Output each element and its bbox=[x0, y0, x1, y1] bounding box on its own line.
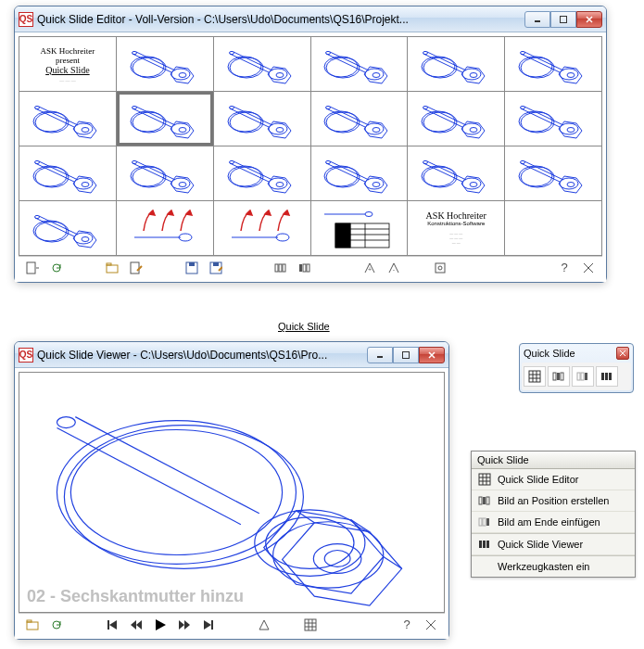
layout2-button[interactable] bbox=[295, 259, 315, 277]
close-button[interactable] bbox=[419, 347, 445, 363]
svg-marker-217 bbox=[136, 620, 142, 630]
slide-thumbnail[interactable] bbox=[214, 37, 310, 91]
slide-thumbnail[interactable] bbox=[505, 146, 601, 200]
svg-point-56 bbox=[132, 106, 136, 108]
palette-item-label: Quick Slide Editor bbox=[498, 474, 578, 485]
slide-thumbnail[interactable] bbox=[19, 146, 116, 200]
exit-button[interactable] bbox=[578, 259, 599, 277]
grid-button[interactable] bbox=[300, 616, 321, 634]
svg-text:-: - bbox=[393, 266, 396, 273]
close-button[interactable] bbox=[576, 11, 602, 28]
palette-item[interactable]: Bild an Position erstellen bbox=[472, 490, 635, 512]
svg-rect-232 bbox=[529, 371, 540, 382]
svg-rect-180 bbox=[279, 264, 282, 272]
svg-point-149 bbox=[179, 234, 192, 241]
svg-rect-251 bbox=[479, 497, 482, 504]
svg-text:+: + bbox=[368, 266, 372, 273]
next-button[interactable] bbox=[174, 616, 195, 634]
toolbox-titlebar[interactable]: Quick Slide bbox=[522, 346, 631, 361]
timer-button[interactable] bbox=[254, 616, 274, 634]
svg-rect-241 bbox=[581, 373, 584, 380]
insert-pos-icon bbox=[477, 493, 492, 508]
maximize-button[interactable] bbox=[550, 11, 576, 28]
svg-point-91 bbox=[567, 128, 575, 133]
svg-point-144 bbox=[34, 215, 39, 218]
grid-icon[interactable] bbox=[524, 366, 546, 387]
slide-thumbnail[interactable] bbox=[408, 92, 504, 146]
palette-item[interactable]: Quick Slide Viewer bbox=[472, 534, 635, 555]
editor-titlebar[interactable]: QS Quick Slide Editor - Voll-Version - C… bbox=[15, 6, 606, 32]
insert-end-icon[interactable] bbox=[572, 366, 594, 387]
save-button[interactable] bbox=[182, 259, 202, 277]
save-as-button[interactable] bbox=[206, 259, 226, 277]
svg-point-17 bbox=[269, 69, 287, 80]
slide-thumbnail[interactable]: ASK HochreiterpresentQuick Slide— — — bbox=[19, 37, 116, 91]
palette-item[interactable]: Werkzeugkasten ein bbox=[472, 556, 635, 577]
svg-point-136 bbox=[521, 160, 525, 163]
edit-button[interactable] bbox=[126, 259, 146, 277]
prev-button[interactable] bbox=[126, 616, 146, 634]
timer-add-button[interactable]: + bbox=[360, 259, 380, 277]
slide-thumbnail[interactable] bbox=[19, 92, 116, 146]
slide-thumbnail[interactable] bbox=[117, 146, 213, 200]
help-button[interactable]: ? bbox=[397, 616, 417, 634]
slide-thumbnail[interactable] bbox=[214, 92, 310, 146]
slide-thumbnail[interactable] bbox=[117, 92, 213, 146]
refresh-button[interactable] bbox=[46, 259, 67, 277]
svg-rect-258 bbox=[483, 541, 486, 548]
slide-thumbnail[interactable] bbox=[311, 37, 408, 91]
layout1-button[interactable] bbox=[271, 259, 291, 277]
slide-thumbnail[interactable] bbox=[505, 92, 601, 146]
slide-thumbnail[interactable] bbox=[505, 37, 601, 91]
slide-thumbnail[interactable] bbox=[214, 146, 310, 200]
last-button[interactable] bbox=[198, 616, 219, 634]
svg-point-9 bbox=[171, 69, 190, 80]
viewer-title: Quick Slide Viewer - C:\Users\Udo\Docume… bbox=[37, 349, 367, 362]
slide-thumbnail[interactable] bbox=[505, 201, 601, 255]
svg-line-15 bbox=[234, 52, 272, 70]
slide-thumbnail[interactable] bbox=[408, 146, 504, 200]
open-button[interactable] bbox=[102, 259, 122, 277]
insert-pos-icon[interactable] bbox=[548, 366, 570, 387]
minimize-button[interactable] bbox=[524, 11, 550, 28]
svg-point-202 bbox=[266, 517, 354, 569]
slide-thumbnail[interactable] bbox=[311, 92, 408, 146]
svg-rect-187 bbox=[436, 263, 445, 273]
first-button[interactable] bbox=[102, 616, 122, 634]
svg-rect-237 bbox=[553, 373, 556, 380]
slide-thumbnail[interactable] bbox=[408, 37, 504, 91]
slide-thumbnail[interactable] bbox=[311, 146, 408, 200]
svg-rect-181 bbox=[283, 264, 285, 272]
refresh-button[interactable] bbox=[46, 616, 67, 634]
new-slide-button[interactable] bbox=[22, 259, 43, 277]
help-button[interactable]: ? bbox=[554, 259, 575, 277]
play-button[interactable] bbox=[150, 616, 170, 634]
exit-button[interactable] bbox=[421, 616, 441, 634]
slide-thumbnail[interactable] bbox=[311, 201, 408, 255]
svg-rect-238 bbox=[557, 373, 560, 380]
open-button[interactable] bbox=[22, 616, 43, 634]
slide-thumbnail[interactable] bbox=[117, 37, 213, 91]
maximize-button[interactable] bbox=[393, 347, 419, 363]
slide-thumbnail[interactable] bbox=[19, 201, 116, 255]
slide-thumbnail[interactable] bbox=[117, 201, 213, 255]
minimize-button[interactable] bbox=[367, 347, 393, 363]
slide-thumbnail[interactable]: ASK HochreiterKonstruktions-Software— — … bbox=[408, 201, 504, 255]
svg-line-7 bbox=[136, 52, 175, 70]
svg-point-131 bbox=[470, 183, 477, 187]
palette-item[interactable]: Quick Slide Editor bbox=[472, 469, 635, 490]
settings-button[interactable] bbox=[430, 259, 450, 277]
timer-sub-button[interactable]: - bbox=[384, 259, 404, 277]
svg-line-119 bbox=[330, 161, 369, 180]
viewer-titlebar[interactable]: QS Quick Slide Viewer - C:\Users\Udo\Doc… bbox=[15, 342, 448, 368]
svg-rect-172 bbox=[131, 262, 139, 274]
viewer-icon[interactable] bbox=[596, 366, 618, 387]
svg-rect-259 bbox=[486, 541, 489, 548]
svg-rect-243 bbox=[601, 373, 604, 380]
svg-line-87 bbox=[524, 107, 563, 125]
svg-point-75 bbox=[373, 128, 380, 133]
svg-rect-246 bbox=[479, 474, 490, 485]
slide-thumbnail[interactable] bbox=[214, 201, 310, 255]
palette-item[interactable]: Bild am Ende einfügen bbox=[472, 512, 635, 533]
close-icon[interactable] bbox=[616, 347, 629, 360]
